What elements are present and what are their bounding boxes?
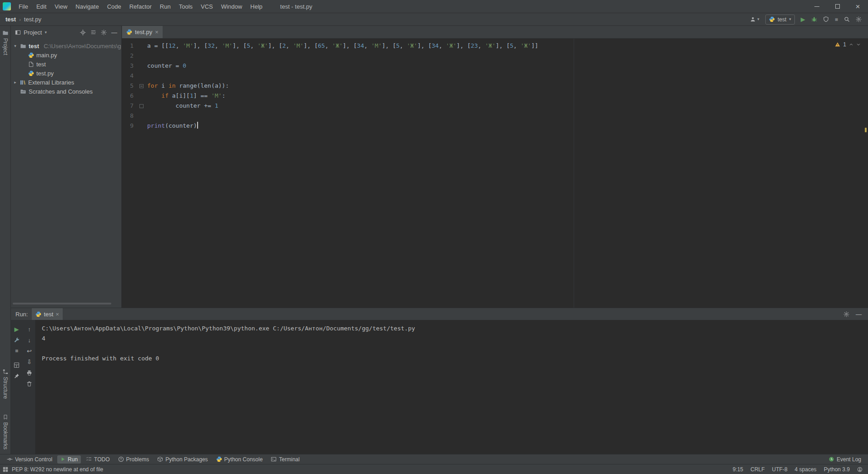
menu-window[interactable]: Window bbox=[217, 0, 246, 13]
inspections-widget[interactable]: 1 bbox=[835, 41, 861, 48]
gear-button[interactable] bbox=[843, 311, 849, 317]
run-button[interactable]: ▶ bbox=[801, 16, 805, 22]
menu-navigate[interactable]: Navigate bbox=[71, 0, 103, 13]
menu-tools[interactable]: Tools bbox=[175, 0, 197, 13]
minimize-button[interactable] bbox=[807, 0, 827, 13]
run-tab-close-icon[interactable]: × bbox=[55, 311, 59, 317]
run-config-selector[interactable]: test▾ bbox=[765, 15, 795, 25]
toolwindow-button-python-console[interactable]: Python Console bbox=[213, 455, 266, 464]
tree-path: C:\Users\Антон\Documents\gg\t bbox=[44, 43, 121, 50]
settings-button[interactable] bbox=[856, 16, 862, 22]
code-line-8[interactable]: 8 bbox=[122, 111, 868, 121]
fold-end-icon[interactable] bbox=[139, 104, 144, 108]
menu-refactor[interactable]: Refactor bbox=[125, 0, 156, 13]
softwrap-button[interactable]: ↩ bbox=[25, 345, 35, 356]
tree-collapse-icon[interactable]: ▾ bbox=[13, 44, 18, 48]
menu-help[interactable]: Help bbox=[246, 0, 267, 13]
prev-problem-icon[interactable] bbox=[849, 42, 853, 47]
trash-button[interactable] bbox=[25, 378, 35, 389]
menu-view[interactable]: View bbox=[50, 0, 71, 13]
warning-stripe-mark[interactable] bbox=[865, 128, 867, 132]
tab-close-icon[interactable]: × bbox=[155, 29, 159, 35]
menu-vcs[interactable]: VCS bbox=[197, 0, 217, 13]
editor-tab-testpy[interactable]: test.py × bbox=[122, 26, 163, 38]
status-item-utf-8[interactable]: UTF-8 bbox=[772, 466, 788, 473]
toolwindow-button-terminal[interactable]: Terminal bbox=[268, 455, 303, 464]
status-item-crlf[interactable]: CRLF bbox=[750, 466, 764, 473]
maximize-button[interactable] bbox=[827, 0, 848, 13]
pin-button[interactable] bbox=[12, 370, 22, 381]
hide-button[interactable]: — bbox=[111, 30, 117, 35]
project-panel-header: Project ▾ — bbox=[11, 26, 121, 39]
hide-button[interactable]: — bbox=[856, 311, 862, 317]
fold-marker[interactable]: − bbox=[134, 81, 147, 91]
pycharm-window: FileEditViewNavigateCodeRefactorRunTools… bbox=[0, 0, 868, 474]
run-with-coverage-button[interactable] bbox=[823, 16, 829, 22]
run-tab-test[interactable]: test × bbox=[32, 308, 63, 320]
rerun-button[interactable]: ▶ bbox=[12, 324, 22, 334]
search-everywhere-button[interactable] bbox=[844, 16, 850, 22]
gear-button[interactable] bbox=[101, 30, 107, 35]
console-line bbox=[42, 344, 868, 354]
tree-item-external-libraries[interactable]: ▸External Libraries bbox=[11, 78, 121, 87]
code-line-4[interactable]: 4 bbox=[122, 71, 868, 81]
menu-file[interactable]: File bbox=[15, 0, 32, 13]
code-editor[interactable]: 1a = [[12, 'М'], [32, 'М'], [5, 'Ж'], [2… bbox=[122, 39, 868, 308]
tool-strip-structure[interactable]: Structure bbox=[2, 369, 9, 399]
console-output[interactable]: C:\Users\Антон\AppData\Local\Programs\Py… bbox=[35, 320, 868, 454]
menu-edit[interactable]: Edit bbox=[32, 0, 50, 13]
close-button[interactable]: × bbox=[848, 0, 868, 13]
users-button[interactable]: ▾ bbox=[750, 16, 759, 22]
breadcrumb-item-test-py[interactable]: test.py bbox=[24, 16, 41, 23]
run-config-label: test bbox=[778, 16, 786, 23]
stop-button[interactable]: ■ bbox=[835, 17, 838, 22]
menu-run[interactable]: Run bbox=[156, 0, 175, 13]
code-line-6[interactable]: 6 if a[i][1] == 'М': bbox=[122, 91, 868, 101]
horizontal-scrollbar[interactable] bbox=[13, 303, 111, 304]
toolwindow-button-todo[interactable]: TODO bbox=[83, 455, 113, 464]
tree-item-test[interactable]: test bbox=[11, 60, 121, 69]
scrollend-button[interactable]: ⇩ bbox=[25, 356, 35, 367]
code-line-9[interactable]: 9print(counter) bbox=[122, 121, 868, 131]
wrench-button[interactable] bbox=[12, 334, 22, 345]
breadcrumb-item-test[interactable]: test bbox=[5, 16, 16, 23]
tree-item-test[interactable]: ▾testC:\Users\Антон\Documents\gg\t bbox=[11, 41, 121, 50]
fold-gutter bbox=[134, 71, 147, 81]
chevron-down-icon[interactable]: ▾ bbox=[45, 30, 47, 35]
next-problem-icon[interactable] bbox=[856, 42, 861, 47]
debug-button[interactable] bbox=[811, 16, 817, 22]
collapseall-button[interactable] bbox=[90, 30, 96, 35]
down-button[interactable]: ↓ bbox=[25, 334, 35, 345]
up-button[interactable]: ↑ bbox=[25, 324, 35, 334]
code-line-5[interactable]: 5−for i in range(len(a)): bbox=[122, 81, 868, 91]
code-line-1[interactable]: 1a = [[12, 'М'], [32, 'М'], [5, 'Ж'], [2… bbox=[122, 41, 868, 51]
code-line-7[interactable]: 7 counter += 1 bbox=[122, 101, 868, 111]
status-item-4-spaces[interactable]: 4 spaces bbox=[795, 466, 817, 473]
toolwindow-button-event-log[interactable]: Event Log bbox=[825, 455, 864, 464]
tool-strip-project[interactable]: Project bbox=[2, 30, 9, 55]
toolwindow-button-run[interactable]: Run bbox=[57, 455, 81, 464]
project-panel-title[interactable]: Project bbox=[24, 29, 42, 36]
tree-item-scratches-and-consoles[interactable]: Scratches and Consoles bbox=[11, 87, 121, 96]
locate-button[interactable] bbox=[80, 30, 86, 35]
toolwindow-button-python-packages[interactable]: Python Packages bbox=[154, 455, 211, 464]
line-number: 7 bbox=[122, 101, 134, 111]
toolwindow-button-problems[interactable]: Problems bbox=[115, 455, 153, 464]
status-item-python-3-9[interactable]: Python 3.9 bbox=[824, 466, 850, 473]
fold-collapse-icon[interactable]: − bbox=[139, 84, 144, 88]
highlighting-level-icon[interactable] bbox=[857, 467, 863, 472]
fold-marker[interactable] bbox=[134, 101, 147, 111]
menu-code[interactable]: Code bbox=[103, 0, 125, 13]
tree-expand-icon[interactable]: ▸ bbox=[13, 80, 18, 85]
stop-button[interactable]: ■ bbox=[12, 345, 22, 356]
print-button[interactable] bbox=[25, 367, 35, 378]
tool-window-switcher-icon[interactable] bbox=[3, 467, 8, 472]
tool-strip-bookmarks[interactable]: Bookmarks bbox=[2, 414, 9, 449]
code-line-2[interactable]: 2 bbox=[122, 51, 868, 61]
tree-item-test-py[interactable]: test.py bbox=[11, 69, 121, 78]
layout-button[interactable] bbox=[12, 359, 22, 370]
tree-item-main-py[interactable]: main.py bbox=[11, 50, 121, 60]
toolwindow-button-version-control[interactable]: Version Control bbox=[4, 455, 55, 464]
status-item-9-15[interactable]: 9:15 bbox=[733, 466, 743, 473]
code-line-3[interactable]: 3counter = 0 bbox=[122, 61, 868, 71]
